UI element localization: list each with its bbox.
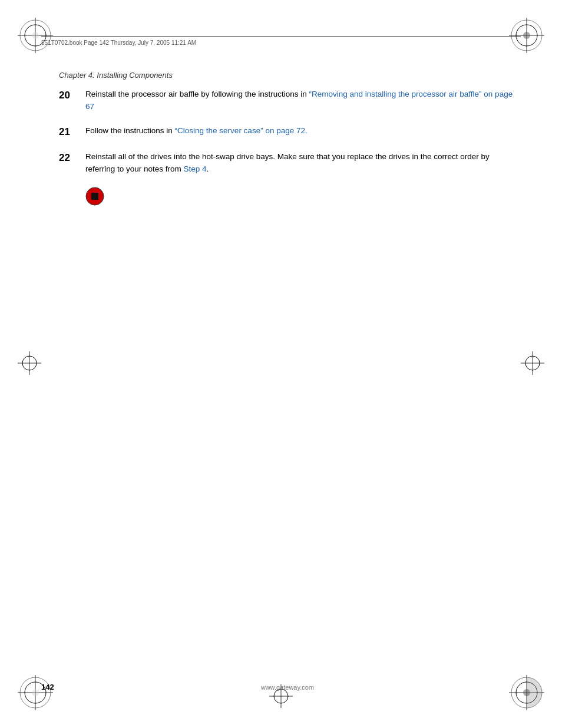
corner-mark-tr	[509, 18, 544, 53]
step-number-21: 21	[59, 125, 85, 139]
step-number-20: 20	[59, 88, 85, 103]
stop-icon-container	[85, 187, 515, 208]
header-text: 851T0702.book Page 142 Thursday, July 7,…	[41, 39, 196, 46]
corner-mark-br	[509, 675, 544, 710]
step-20: 20 Reinstall the processor air baffle by…	[59, 88, 515, 113]
step-20-text-before: Reinstall the processor air baffle by fo…	[85, 90, 309, 98]
step-22-text-before: Reinstall all of the drives into the hot…	[85, 152, 490, 173]
step-22: 22 Reinstall all of the drives into the …	[59, 151, 515, 176]
step-21-text: Follow the instructions in “Closing the …	[85, 125, 308, 137]
mid-mark-left	[18, 351, 41, 377]
svg-point-19	[523, 689, 530, 696]
footer-url: www.gateway.com	[261, 684, 314, 691]
svg-point-4	[32, 32, 39, 39]
step-number-22: 22	[59, 151, 85, 165]
corner-mark-bl	[18, 675, 53, 710]
step-22-link[interactable]: Step 4	[184, 164, 207, 173]
step-22-text-after: .	[207, 164, 209, 173]
step-21: 21 Follow the instructions in “Closing t…	[59, 125, 515, 139]
step-21-link[interactable]: “Closing the server case” on page 72.	[175, 126, 308, 135]
page-number: 142	[41, 683, 54, 691]
chapter-title: Chapter 4: Installing Components	[59, 71, 173, 80]
svg-point-9	[523, 32, 530, 39]
main-content: 20 Reinstall the processor air baffle by…	[59, 88, 515, 208]
step-21-text-before: Follow the instructions in	[85, 126, 175, 135]
svg-point-14	[32, 689, 39, 696]
stop-icon	[85, 187, 104, 206]
page-header: 851T0702.book Page 142 Thursday, July 7,…	[41, 37, 521, 46]
step-22-text: Reinstall all of the drives into the hot…	[85, 151, 515, 176]
corner-mark-tl	[18, 18, 53, 53]
page-footer: 142 www.gateway.com	[41, 683, 521, 691]
step-20-text: Reinstall the processor air baffle by fo…	[85, 88, 515, 113]
chapter-heading: Chapter 4: Installing Components	[59, 71, 173, 80]
mid-mark-right	[521, 351, 544, 377]
svg-rect-30	[91, 193, 98, 200]
